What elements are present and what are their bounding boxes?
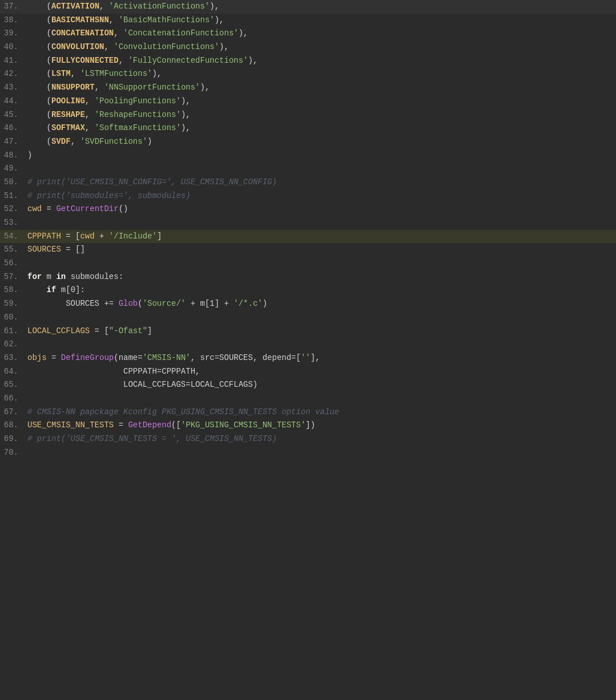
line-number: 48. — [0, 149, 27, 162]
token: Glob — [119, 299, 138, 308]
line-number: 51. — [0, 190, 27, 203]
token: LOCAL_CCFLAGS=LOCAL_CCFLAGS) — [27, 380, 257, 389]
line-content: (SVDF, 'SVDFunctions') — [27, 136, 616, 148]
token: CONCATENATION — [51, 29, 114, 38]
token: 'USE_CMSIS_NN_TESTS = ' — [66, 434, 176, 443]
code-line: 61.LOCAL_CCFLAGS = ["-Ofast"] — [0, 325, 616, 338]
token: ), — [239, 29, 248, 38]
token: CPPPATH=CPPPATH, — [27, 367, 200, 376]
token: 'ReshapeFunctions' — [95, 110, 181, 119]
code-line: 49. — [0, 162, 616, 176]
code-line: 51.# print('submodules=', submodules) — [0, 189, 616, 203]
line-content: (CONCATENATION, 'ConcatenationFunctions'… — [27, 27, 616, 40]
token: ) — [147, 137, 152, 146]
token: ( — [27, 110, 51, 119]
token: '/*.c' — [233, 299, 262, 308]
line-number: 66. — [0, 393, 27, 405]
token: ( — [27, 2, 51, 11]
token: = — [47, 353, 61, 362]
token: SOURCES += — [27, 299, 119, 308]
token: RESHAPE — [51, 110, 85, 119]
token: 'USE_CMSIS_NN_CONFIG=' — [66, 177, 171, 187]
token: m[0]: — [56, 285, 84, 294]
token: 'ConcatenationFunctions' — [123, 29, 239, 38]
token: 'Source/' — [143, 299, 186, 308]
token: cwd — [80, 232, 94, 241]
code-line: 42. (LSTM, 'LSTMFunctions'), — [0, 67, 616, 81]
token: , USE_CMSIS_NN_CONFIG) — [171, 177, 277, 187]
token: ), — [215, 15, 224, 25]
token: "-Ofast" — [109, 326, 147, 335]
code-line: 58. if m[0]: — [0, 284, 616, 297]
line-number: 68. — [0, 419, 27, 432]
line-content — [27, 163, 616, 175]
line-number: 37. — [0, 1, 27, 13]
code-line: 68.USE_CMSIS_NN_TESTS = GetDepend(['PKG_… — [0, 419, 616, 432]
token: 'submodules=' — [66, 191, 128, 200]
line-content: (POOLING, 'PoolingFunctions'), — [27, 95, 616, 108]
token: ( — [27, 29, 51, 38]
code-line: 44. (POOLING, 'PoolingFunctions'), — [0, 95, 616, 108]
token: + m[1] + — [186, 299, 233, 308]
line-content: (ACTIVATION, 'ActivationFunctions'), — [27, 1, 616, 13]
token: in — [56, 272, 66, 281]
line-content: USE_CMSIS_NN_TESTS = GetDepend(['PKG_USI… — [27, 419, 616, 432]
token: () — [119, 204, 128, 213]
token: ( — [27, 69, 51, 78]
line-number: 55. — [0, 244, 27, 256]
line-content: (FULLYCONNECTED, 'FullyConnectedFunction… — [27, 55, 616, 67]
code-line: 64. CPPPATH=CPPPATH, — [0, 365, 616, 379]
line-content: (SOFTMAX, 'SoftmaxFunctions'), — [27, 122, 616, 135]
token: ( — [138, 299, 142, 308]
token: 'PoolingFunctions' — [95, 96, 181, 106]
token: ( — [27, 56, 51, 65]
token: ), — [181, 96, 191, 106]
token: 'LSTMFunctions' — [80, 69, 152, 78]
token: ), — [200, 83, 210, 92]
line-content: if m[0]: — [27, 284, 616, 297]
line-number: 57. — [0, 271, 27, 284]
line-number: 67. — [0, 406, 27, 419]
token: cwd — [27, 204, 42, 213]
token: if — [47, 285, 57, 294]
code-line: 45. (RESHAPE, 'ReshapeFunctions'), — [0, 108, 616, 122]
token: ( — [27, 83, 51, 92]
token: ( — [27, 137, 51, 146]
code-line: 62. — [0, 338, 616, 351]
code-line: 65. LOCAL_CCFLAGS=LOCAL_CCFLAGS) — [0, 378, 616, 392]
token: ]) — [305, 420, 315, 430]
token: DefineGroup — [61, 353, 114, 362]
token: '/Include' — [109, 232, 157, 241]
line-content: ) — [27, 149, 616, 162]
code-line: 40. (CONVOLUTION, 'ConvolutionFunctions'… — [0, 41, 616, 54]
line-content — [27, 338, 616, 351]
line-number: 42. — [0, 68, 27, 80]
token: ) — [263, 299, 267, 308]
token: , — [114, 29, 123, 38]
token: 'PKG_USING_CMSIS_NN_TESTS' — [181, 420, 305, 430]
token: ) — [27, 151, 32, 160]
token: USE_CMSIS_NN_TESTS — [27, 420, 114, 430]
line-number: 53. — [0, 217, 27, 229]
token: # CMSIS-NN papckage Kconfig PKG_USING_CM… — [27, 407, 339, 416]
token: = [] — [61, 245, 85, 254]
code-line: 37. (ACTIVATION, 'ActivationFunctions'), — [0, 0, 616, 14]
line-number: 69. — [0, 433, 27, 446]
token: # print( — [27, 191, 66, 200]
token: '' — [301, 353, 311, 362]
token: = — [114, 420, 128, 430]
token: GetCurrentDir — [56, 204, 118, 213]
line-content: LOCAL_CCFLAGS = ["-Ofast"] — [27, 325, 616, 338]
line-number: 44. — [0, 95, 27, 108]
token: CPPPATH — [27, 232, 61, 241]
line-content: CPPPATH=CPPPATH, — [27, 366, 616, 378]
line-content: (CONVOLUTION, 'ConvolutionFunctions'), — [27, 41, 616, 54]
token: , src=SOURCES, depend=[ — [191, 353, 301, 362]
token: m — [42, 272, 56, 281]
code-line: 47. (SVDF, 'SVDFunctions') — [0, 135, 616, 149]
code-line: 53. — [0, 216, 616, 230]
token — [27, 285, 47, 294]
code-line: 57.for m in submodules: — [0, 270, 616, 284]
line-number: 60. — [0, 311, 27, 324]
line-content — [27, 257, 616, 270]
